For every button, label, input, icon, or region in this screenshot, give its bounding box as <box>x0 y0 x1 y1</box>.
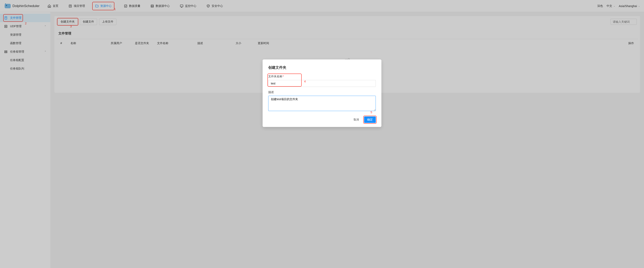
description-textarea[interactable]: 创建test项目的文件夹 <box>268 96 376 111</box>
required-indicator: * <box>283 75 284 78</box>
confirm-button[interactable]: 确定 <box>364 116 376 123</box>
folder-name-input[interactable] <box>268 80 376 87</box>
button-label: 取消 <box>354 118 359 121</box>
button-label: 确定 <box>367 118 373 121</box>
modal-title: 创建文件夹 <box>268 65 376 70</box>
description-label: 描述 <box>268 91 376 94</box>
folder-name-label: 文件夹名称* <box>268 75 376 78</box>
modal-overlay[interactable]: 创建文件夹 文件夹名称* 4 描述 创建test项目的文件夹 取消 确定 5 <box>0 0 644 268</box>
modal-footer: 取消 确定 5 <box>268 116 376 123</box>
create-folder-modal: 创建文件夹 文件夹名称* 4 描述 创建test项目的文件夹 取消 确定 5 <box>262 60 382 127</box>
cancel-button[interactable]: 取消 <box>352 117 361 123</box>
